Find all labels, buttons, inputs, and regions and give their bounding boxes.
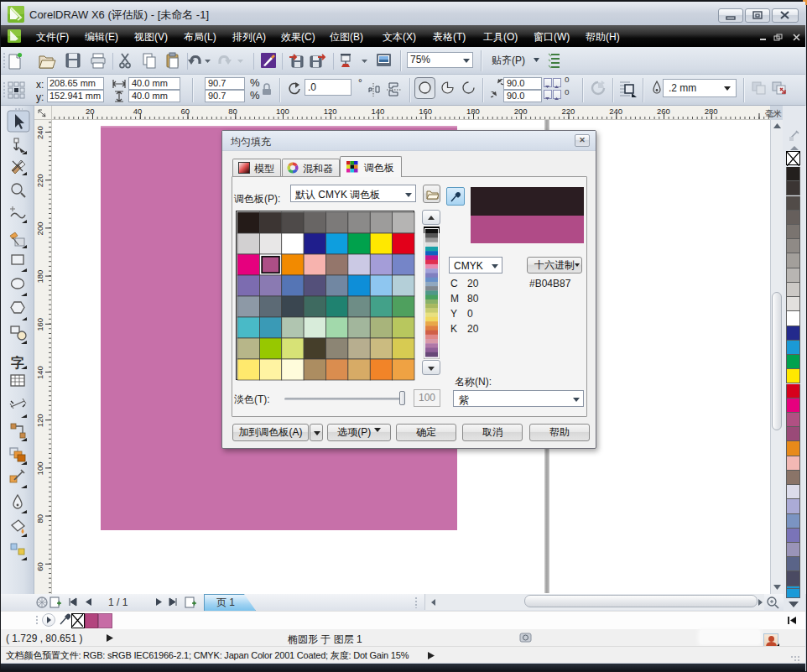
svg-text:180: 180 xyxy=(35,270,44,284)
svg-text:280: 280 xyxy=(705,107,718,116)
svg-text:100: 100 xyxy=(276,107,289,116)
svg-text:60: 60 xyxy=(181,107,190,116)
svg-text:160: 160 xyxy=(35,318,44,331)
svg-text:180: 180 xyxy=(466,107,480,116)
svg-text:120: 120 xyxy=(35,414,44,427)
svg-text:160: 160 xyxy=(419,107,432,116)
svg-text:字: 字 xyxy=(11,355,24,370)
svg-text:140: 140 xyxy=(372,107,385,116)
svg-text:80: 80 xyxy=(35,514,44,524)
svg-text:220: 220 xyxy=(35,174,44,187)
svg-text:200: 200 xyxy=(514,107,528,116)
svg-text:260: 260 xyxy=(657,107,670,116)
svg-text:40: 40 xyxy=(133,107,143,116)
svg-text:220: 220 xyxy=(562,107,575,116)
svg-text:100: 100 xyxy=(35,462,44,476)
svg-text:240: 240 xyxy=(609,107,622,116)
svg-text:80: 80 xyxy=(228,107,237,116)
svg-text:140: 140 xyxy=(35,366,44,379)
svg-text:240: 240 xyxy=(35,126,44,139)
svg-text:200: 200 xyxy=(35,222,44,236)
svg-text:60: 60 xyxy=(35,562,44,571)
svg-text:120: 120 xyxy=(324,107,337,116)
svg-text:20: 20 xyxy=(86,107,95,116)
